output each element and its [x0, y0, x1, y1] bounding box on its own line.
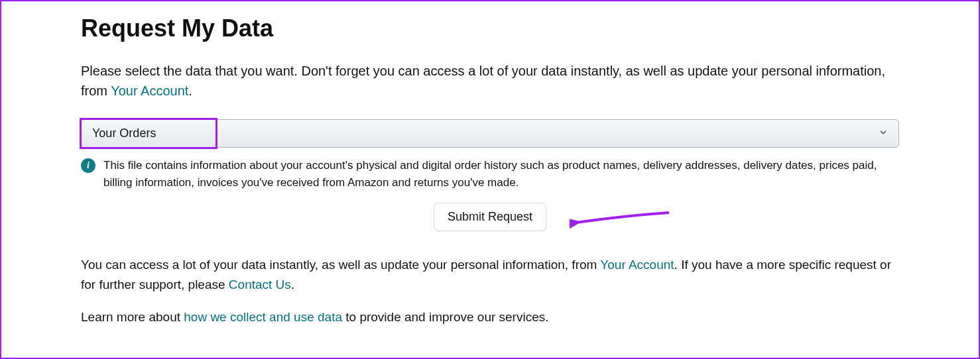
chevron-down-icon: [879, 128, 888, 139]
how-we-collect-data-link[interactable]: how we collect and use data: [184, 310, 342, 324]
info-icon: i: [81, 158, 95, 173]
footer2-text-2: to provide and improve our services.: [342, 310, 549, 324]
submit-request-button[interactable]: Submit Request: [434, 203, 546, 231]
intro-text-2: .: [188, 83, 192, 98]
page-title: Request My Data: [81, 15, 899, 42]
your-account-link[interactable]: Your Account: [111, 83, 188, 98]
info-text: This file contains information about you…: [103, 157, 899, 191]
footer-paragraph-1: You can access a lot of your data instan…: [81, 255, 899, 295]
contact-us-link[interactable]: Contact Us: [229, 278, 291, 291]
your-account-link-footer[interactable]: Your Account: [600, 258, 674, 272]
dropdown-selected-label: Your Orders: [92, 127, 156, 140]
footer1-text-3: .: [291, 278, 294, 291]
submit-row: Submit Request: [81, 203, 899, 231]
info-row: i This file contains information about y…: [81, 157, 899, 191]
data-category-dropdown[interactable]: Your Orders: [81, 119, 899, 148]
footer-paragraph-2: Learn more about how we collect and use …: [81, 307, 899, 327]
footer1-text-1: You can access a lot of your data instan…: [81, 258, 600, 272]
intro-text-1: Please select the data that you want. Do…: [81, 64, 885, 98]
intro-paragraph: Please select the data that you want. Do…: [81, 61, 899, 101]
footer2-text-1: Learn more about: [81, 310, 184, 324]
annotation-arrow: [570, 209, 676, 236]
